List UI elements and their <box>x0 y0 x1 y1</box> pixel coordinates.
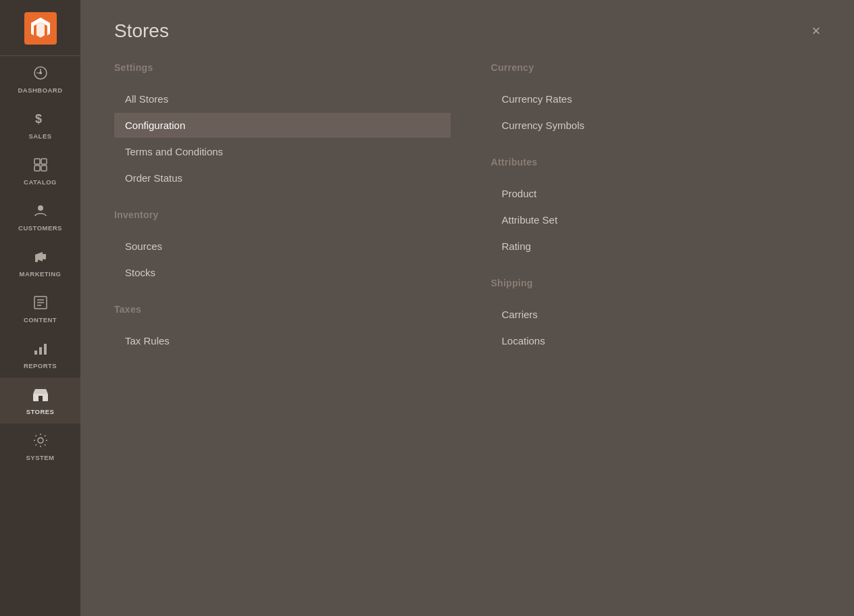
svg-rect-16 <box>39 347 42 355</box>
sidebar-item-catalog-label: CATALOG <box>24 178 57 186</box>
system-icon <box>33 433 48 451</box>
menu-column-right: Currency Currency Rates Currency Symbols… <box>491 62 828 372</box>
page-title: Stores <box>114 20 827 42</box>
inventory-section: Inventory Sources Stocks <box>114 209 451 285</box>
sidebar-item-stores-label: STORES <box>26 408 55 415</box>
sidebar-item-system-label: SYSTEM <box>26 454 55 461</box>
sidebar-item-marketing[interactable]: MARKETING <box>0 240 80 286</box>
sidebar-item-dashboard[interactable]: DASHBOARD <box>0 56 80 102</box>
sidebar-item-stores[interactable]: STORES <box>0 378 80 424</box>
main-content: Stores × Settings All Stores Configurati… <box>80 0 854 616</box>
close-button[interactable]: × <box>805 20 827 42</box>
sidebar-item-marketing-label: MARKETING <box>20 270 61 278</box>
shipping-section: Shipping Carriers Locations <box>491 278 828 353</box>
shipping-heading: Shipping <box>491 278 828 291</box>
content-icon <box>33 295 48 313</box>
sidebar-item-content[interactable]: CONTENT <box>0 286 80 332</box>
svg-rect-7 <box>41 165 47 171</box>
inventory-heading: Inventory <box>114 209 451 223</box>
customers-icon <box>33 203 48 221</box>
svg-rect-6 <box>34 165 40 171</box>
svg-rect-5 <box>41 159 47 164</box>
magento-logo-icon <box>24 12 57 45</box>
sources-item[interactable]: Sources <box>114 234 451 259</box>
svg-point-8 <box>38 205 43 211</box>
configuration-item[interactable]: Configuration <box>114 113 451 138</box>
svg-rect-10 <box>35 259 38 262</box>
locations-item[interactable]: Locations <box>491 328 828 353</box>
settings-heading: Settings <box>114 62 451 76</box>
sidebar-item-dashboard-label: DASHBOARD <box>18 86 62 94</box>
order-status-item[interactable]: Order Status <box>114 165 451 190</box>
tax-rules-item[interactable]: Tax Rules <box>114 328 451 353</box>
attributes-section: Attributes Product Attribute Set Rating <box>491 157 828 259</box>
attributes-heading: Attributes <box>491 157 828 170</box>
sidebar-item-sales[interactable]: $ SALES <box>0 102 80 148</box>
terms-conditions-item[interactable]: Terms and Conditions <box>114 139 451 164</box>
svg-rect-19 <box>39 396 43 401</box>
sidebar-item-reports[interactable]: REPORTS <box>0 332 80 378</box>
attribute-set-item[interactable]: Attribute Set <box>491 207 828 232</box>
sidebar-logo <box>0 0 80 56</box>
marketing-icon <box>33 249 48 267</box>
settings-section: Settings All Stores Configuration Terms … <box>114 62 451 190</box>
svg-rect-4 <box>34 159 40 164</box>
stores-icon <box>32 387 49 405</box>
sidebar-item-customers-label: CUSTOMERS <box>18 224 62 232</box>
reports-icon <box>33 341 48 359</box>
rating-item[interactable]: Rating <box>491 234 828 259</box>
currency-section: Currency Currency Rates Currency Symbols <box>491 62 828 138</box>
carriers-item[interactable]: Carriers <box>491 302 828 327</box>
svg-rect-17 <box>44 344 47 355</box>
menu-grid: Settings All Stores Configuration Terms … <box>114 62 827 372</box>
taxes-heading: Taxes <box>114 304 451 317</box>
currency-heading: Currency <box>491 62 828 76</box>
svg-rect-15 <box>34 351 37 355</box>
svg-rect-9 <box>43 254 46 259</box>
sidebar-item-reports-label: REPORTS <box>24 362 57 369</box>
sidebar-item-system[interactable]: SYSTEM <box>0 424 80 469</box>
currency-symbols-item[interactable]: Currency Symbols <box>491 113 828 138</box>
sales-icon: $ <box>33 111 48 129</box>
catalog-icon <box>33 157 48 175</box>
taxes-section: Taxes Tax Rules <box>114 304 451 353</box>
sidebar: DASHBOARD $ SALES CATALOG CUSTOMERS MARK… <box>0 0 80 616</box>
sidebar-item-content-label: CONTENT <box>24 316 57 324</box>
svg-text:$: $ <box>35 112 42 126</box>
sidebar-item-catalog[interactable]: CATALOG <box>0 148 80 194</box>
all-stores-item[interactable]: All Stores <box>114 86 451 111</box>
dashboard-icon <box>32 66 49 83</box>
currency-rates-item[interactable]: Currency Rates <box>491 86 828 111</box>
sidebar-item-customers[interactable]: CUSTOMERS <box>0 194 80 240</box>
sidebar-item-sales-label: SALES <box>28 132 51 140</box>
menu-column-left: Settings All Stores Configuration Terms … <box>114 62 451 372</box>
product-item[interactable]: Product <box>491 181 828 206</box>
stocks-item[interactable]: Stocks <box>114 260 451 285</box>
